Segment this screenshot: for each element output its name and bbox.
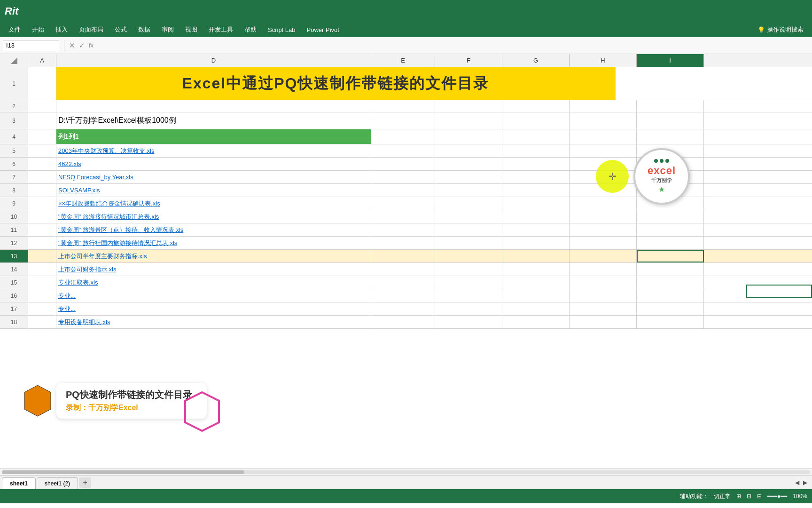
cell-g16[interactable] bbox=[502, 289, 570, 302]
cell-h9[interactable] bbox=[570, 197, 637, 210]
cell-i4[interactable] bbox=[637, 129, 704, 144]
cell-h14[interactable] bbox=[570, 263, 637, 276]
cell-a7[interactable] bbox=[28, 171, 56, 183]
col-header-d[interactable]: D bbox=[56, 54, 371, 67]
cell-a16[interactable] bbox=[28, 289, 56, 302]
confirm-formula-icon[interactable]: ✓ bbox=[79, 41, 85, 50]
cell-g4[interactable] bbox=[502, 129, 570, 144]
scroll-left-icon[interactable]: ◀ bbox=[795, 479, 799, 486]
cell-d1[interactable]: Excel中通过PQ快速制作带链接的文件目录 bbox=[56, 67, 616, 100]
menu-formula[interactable]: 公式 bbox=[110, 24, 132, 35]
cell-i18[interactable] bbox=[637, 316, 704, 328]
cell-f4[interactable] bbox=[435, 129, 502, 144]
cell-e7[interactable] bbox=[371, 171, 435, 183]
cell-a15[interactable] bbox=[28, 276, 56, 289]
cell-g10[interactable] bbox=[502, 210, 570, 223]
cell-h2[interactable] bbox=[570, 100, 637, 112]
horizontal-scrollbar[interactable] bbox=[0, 468, 812, 475]
menu-review[interactable]: 审阅 bbox=[157, 24, 179, 35]
cell-i13[interactable] bbox=[637, 250, 704, 262]
cell-f7[interactable] bbox=[435, 171, 502, 183]
col-header-f[interactable]: F bbox=[435, 54, 502, 67]
cell-g7[interactable] bbox=[502, 171, 570, 183]
menu-developer[interactable]: 开发工具 bbox=[204, 24, 238, 35]
sheet-tab-2[interactable]: sheet1 (2) bbox=[37, 477, 78, 489]
cell-i15[interactable] bbox=[637, 276, 704, 289]
cell-f6[interactable] bbox=[435, 158, 502, 170]
row-number-10[interactable]: 10 bbox=[0, 210, 28, 223]
cell-a3[interactable] bbox=[28, 112, 56, 129]
cell-f16[interactable] bbox=[435, 289, 502, 302]
cell-e14[interactable] bbox=[371, 263, 435, 276]
cell-f12[interactable] bbox=[435, 237, 502, 249]
row-number-2[interactable]: 2 bbox=[0, 100, 28, 112]
cell-a1[interactable] bbox=[28, 67, 56, 100]
row-number-11[interactable]: 11 bbox=[0, 223, 28, 236]
cell-e11[interactable] bbox=[371, 223, 435, 236]
view-layout-icon[interactable]: ⊡ bbox=[747, 493, 751, 500]
cell-i11[interactable] bbox=[637, 223, 704, 236]
col-header-i[interactable]: I bbox=[637, 54, 704, 67]
cell-e4[interactable] bbox=[371, 129, 435, 144]
cell-h12[interactable] bbox=[570, 237, 637, 249]
cell-d4[interactable]: 列1列1 bbox=[56, 129, 371, 144]
view-pagebreak-icon[interactable]: ⊟ bbox=[757, 493, 762, 500]
cell-g3[interactable] bbox=[502, 112, 570, 129]
cell-d18[interactable]: 专用设备明细表.xls bbox=[56, 316, 371, 328]
cell-a9[interactable] bbox=[28, 197, 56, 210]
cell-a13[interactable] bbox=[28, 250, 56, 262]
row-number-15[interactable]: 15 bbox=[0, 276, 28, 289]
row-number-9[interactable]: 9 bbox=[0, 197, 28, 210]
cell-a4[interactable] bbox=[28, 129, 56, 144]
menu-view[interactable]: 视图 bbox=[180, 24, 202, 35]
cell-e8[interactable] bbox=[371, 184, 435, 197]
cell-f11[interactable] bbox=[435, 223, 502, 236]
row-number-7[interactable]: 7 bbox=[0, 171, 28, 183]
cell-e6[interactable] bbox=[371, 158, 435, 170]
sheet-tab-1[interactable]: sheet1 bbox=[2, 477, 36, 489]
cell-d3[interactable]: D:\千万别学Excel\Excel模板1000例 bbox=[56, 112, 371, 129]
cell-i12[interactable] bbox=[637, 237, 704, 249]
cell-d9[interactable]: ××年财政拨款结余资金情况确认表.xls bbox=[56, 197, 371, 210]
cell-g2[interactable] bbox=[502, 100, 570, 112]
menu-search[interactable]: 💡 操作说明搜索 bbox=[753, 24, 808, 35]
insert-function-icon[interactable]: fx bbox=[89, 42, 94, 49]
cell-i10[interactable] bbox=[637, 210, 704, 223]
cell-f3[interactable] bbox=[435, 112, 502, 129]
cell-g12[interactable] bbox=[502, 237, 570, 249]
cell-a2[interactable] bbox=[28, 100, 56, 112]
cell-a17[interactable] bbox=[28, 302, 56, 315]
select-all-corner[interactable] bbox=[0, 54, 28, 67]
cell-g6[interactable] bbox=[502, 158, 570, 170]
col-header-h[interactable]: H bbox=[570, 54, 637, 67]
row-number-4[interactable]: 4 bbox=[0, 129, 28, 144]
cell-d17[interactable]: 专业... bbox=[56, 302, 371, 315]
cell-d14[interactable]: 上市公司财务指示.xls bbox=[56, 263, 371, 276]
row-number-17[interactable]: 17 bbox=[0, 302, 28, 315]
cell-d8[interactable]: SOLVSAMP.xls bbox=[56, 184, 371, 197]
cell-g18[interactable] bbox=[502, 316, 570, 328]
cell-h10[interactable] bbox=[570, 210, 637, 223]
cell-h5[interactable] bbox=[570, 144, 637, 157]
cell-h4[interactable] bbox=[570, 129, 637, 144]
cell-i17[interactable] bbox=[637, 302, 704, 315]
row-number-6[interactable]: 6 bbox=[0, 158, 28, 170]
cell-a11[interactable] bbox=[28, 223, 56, 236]
cell-i14[interactable] bbox=[637, 263, 704, 276]
menu-page-layout[interactable]: 页面布局 bbox=[74, 24, 108, 35]
cell-f8[interactable] bbox=[435, 184, 502, 197]
cell-h16[interactable] bbox=[570, 289, 637, 302]
view-normal-icon[interactable]: ⊞ bbox=[736, 493, 741, 500]
cell-g8[interactable] bbox=[502, 184, 570, 197]
menu-data[interactable]: 数据 bbox=[133, 24, 155, 35]
cell-d5[interactable]: 2003年中央财政预算、决算收支.xls bbox=[56, 144, 371, 157]
cell-f14[interactable] bbox=[435, 263, 502, 276]
cell-h11[interactable] bbox=[570, 223, 637, 236]
cell-d15[interactable]: 专业汇取表.xls bbox=[56, 276, 371, 289]
zoom-slider[interactable]: ━━━●━━ bbox=[767, 493, 787, 500]
cell-e16[interactable] bbox=[371, 289, 435, 302]
cell-e10[interactable] bbox=[371, 210, 435, 223]
menu-help[interactable]: 帮助 bbox=[240, 24, 261, 35]
col-header-e[interactable]: E bbox=[371, 54, 435, 67]
cell-g5[interactable] bbox=[502, 144, 570, 157]
